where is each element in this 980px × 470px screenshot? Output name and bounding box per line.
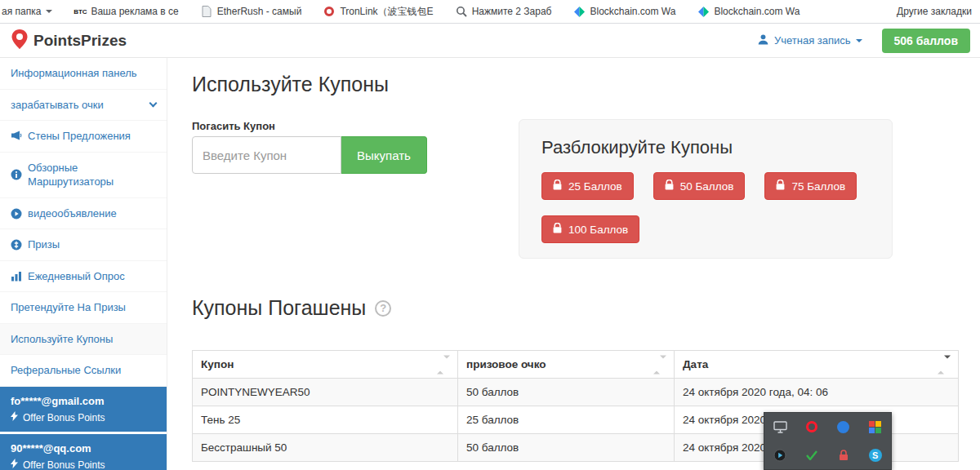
bonus-points-label: Offer Bonus Points [23,459,105,470]
cell-date: 24 октября 2020 года, 04: 06 [675,379,959,406]
cell-points: 50 баллов [458,379,675,406]
sidebar-item-claim-prizes[interactable]: Претендуйте На Призы [0,292,167,324]
account-email: fo*****@gmail.com [11,395,156,407]
bookmark-label: Blockchain.com Wa [590,6,675,17]
bookmark-label: EtherRush - самый [217,6,302,17]
caret-down-icon [46,10,52,13]
sort-icon [653,358,666,370]
sidebar-item-use-coupons[interactable]: Используйте Купоны [0,324,167,356]
redeem-button[interactable]: Выкупать [341,136,427,174]
bolt-icon [11,411,18,423]
skype-icon[interactable]: S [866,446,884,464]
bookmark-label: Blockchain.com Wa [714,6,800,17]
site-header: PointsPrizes Учетная запись 506 баллов [0,24,980,58]
opera-icon[interactable] [803,418,821,436]
cell-points: 50 баллов [458,434,675,462]
sidebar-item-offer-walls[interactable]: Стены Предложения [0,121,167,153]
redeem-coupon-label: Погасить Купон [192,120,275,132]
display-icon[interactable] [771,418,789,436]
unlock-coupons-title: Разблокируйте Купоны [541,137,870,158]
help-icon[interactable]: ? [375,300,391,317]
unlock-50-button[interactable]: 50 Баллов [653,172,746,200]
green-check-icon[interactable] [803,446,821,464]
sidebar-item-daily-poll[interactable]: Ежедневный Опрос [0,261,167,293]
lock-icon [553,223,562,236]
column-header-points[interactable]: призовое очко [458,351,675,379]
blockchain-favicon [573,6,585,17]
bookmark-item[interactable]: Нажмите 2 Зараб [456,6,552,17]
money-icon [11,239,22,251]
person-icon [757,33,769,48]
sidebar-item-video-ad[interactable]: видеообъявление [0,198,167,230]
unlock-coupons-card: Разблокируйте Купоны 25 Баллов 50 Баллов [519,119,893,259]
megaphone-icon [11,131,22,141]
page-favicon [201,6,212,17]
bookmark-item[interactable]: Blockchain.com Wa [697,6,800,17]
sidebar-item-dashboard[interactable]: Информационная панель [0,58,167,90]
bookmark-label: Ваша реклама в се [91,6,178,17]
bookmark-item[interactable]: TronLink（波宝钱包E [323,5,433,19]
play-circle-icon [11,208,22,219]
column-header-date[interactable]: Дата [675,351,959,379]
redeemed-coupons-heading: Купоны Погашены ? [192,296,391,320]
media-play-icon[interactable] [771,446,789,464]
bookmark-label: ая папка [2,6,41,17]
lock-icon [665,180,674,193]
other-bookmarks[interactable]: Другие закладки [897,6,972,17]
bookmark-item[interactable]: TronLink（波宝钱包E EtherRush - самый [201,6,302,17]
sidebar: Информационная панель зарабатывать очки … [0,58,167,470]
btc-favicon: BTC [74,6,86,17]
sidebar-item-referral-links[interactable]: Реферальные Ссылки [0,355,167,387]
sidebar-item-survey-routers[interactable]: Обзорные Маршрутизаторы [0,153,167,198]
bookmarks-bar: ая папка BTC Ваша реклама в се TronLink（… [0,0,980,24]
red-lock-icon[interactable] [835,446,853,464]
bookmark-label: Нажмите 2 Зараб [472,6,552,17]
column-header-coupon[interactable]: Купон [193,351,458,379]
cell-coupon: POINTYNEWYEAR50 [193,379,458,406]
coupon-input[interactable] [192,136,341,174]
account-email: 90*****@qq.com [11,442,156,454]
chevron-down-icon [149,99,158,107]
blockchain-favicon [697,6,709,17]
bar-chart-icon [11,271,22,282]
bolt-icon [11,459,18,470]
sort-desc-icon [938,358,951,370]
system-tray-popup: S [764,412,892,470]
sidebar-item-prizes[interactable]: Призы [0,229,167,261]
sort-icon [437,358,450,370]
cell-coupon: Бесстрашный 50 [193,434,458,462]
cell-coupon: Тень 25 [193,406,458,434]
main-content: Используйте Купоны Погасить Купон Выкупа… [167,58,980,470]
bookmark-folder[interactable]: ая папка [2,6,52,17]
account-menu[interactable]: Учетная запись [757,33,862,48]
unlock-100-button[interactable]: 100 Баллов [541,215,639,243]
lock-icon [553,180,562,193]
table-row: POINTYNEWYEAR50 50 баллов 24 октября 202… [193,379,959,406]
sidebar-item-earn-points[interactable]: зарабатывать очки [0,90,167,122]
search-favicon [456,6,467,17]
bonus-points-label: Offer Bonus Points [23,412,105,423]
account-label: Учетная запись [774,34,851,47]
bonus-account-gmail[interactable]: fo*****@gmail.com Offer Bonus Points [0,387,167,432]
unlock-25-button[interactable]: 25 Баллов [541,172,634,200]
color-grid-icon[interactable] [866,418,884,436]
redeem-input-group: Выкупать [192,136,427,174]
blue-app-icon[interactable] [835,418,853,436]
lock-icon [776,180,785,193]
cell-points: 25 баллов [458,406,675,434]
tronlink-favicon [323,6,335,17]
bookmark-label: TronLink（波宝钱包E [340,5,433,19]
brand-title: PointsPrizes [33,32,127,50]
unlock-75-button[interactable]: 75 Баллов [764,172,857,200]
pointsprizes-pin-icon [10,29,29,53]
points-badge[interactable]: 506 баллов [882,29,970,53]
info-circle-icon [11,169,22,180]
brand-logo[interactable]: PointsPrizes [10,29,127,53]
bonus-account-qq[interactable]: 90*****@qq.com Offer Bonus Points [0,434,167,470]
redeemed-coupons-title: Купоны Погашены [192,296,366,320]
bookmark-item[interactable]: Blockchain.com Wa [573,6,675,17]
caret-down-icon [856,39,862,42]
page-title: Используйте Купоны [192,73,389,96]
bookmark-item[interactable]: BTC Ваша реклама в се [74,6,178,17]
